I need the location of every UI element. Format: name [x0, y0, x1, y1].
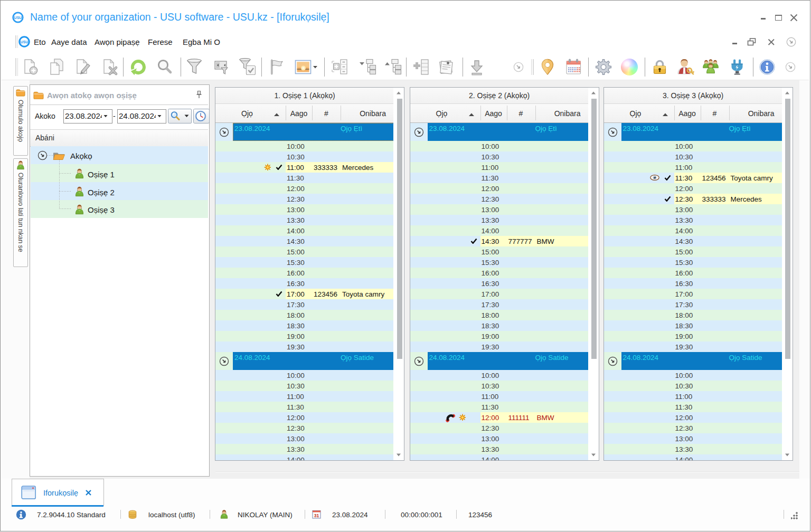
svg-text:USU: USU: [14, 16, 22, 20]
svg-text:USU: USU: [21, 40, 28, 44]
svg-text:31: 31: [314, 513, 319, 518]
